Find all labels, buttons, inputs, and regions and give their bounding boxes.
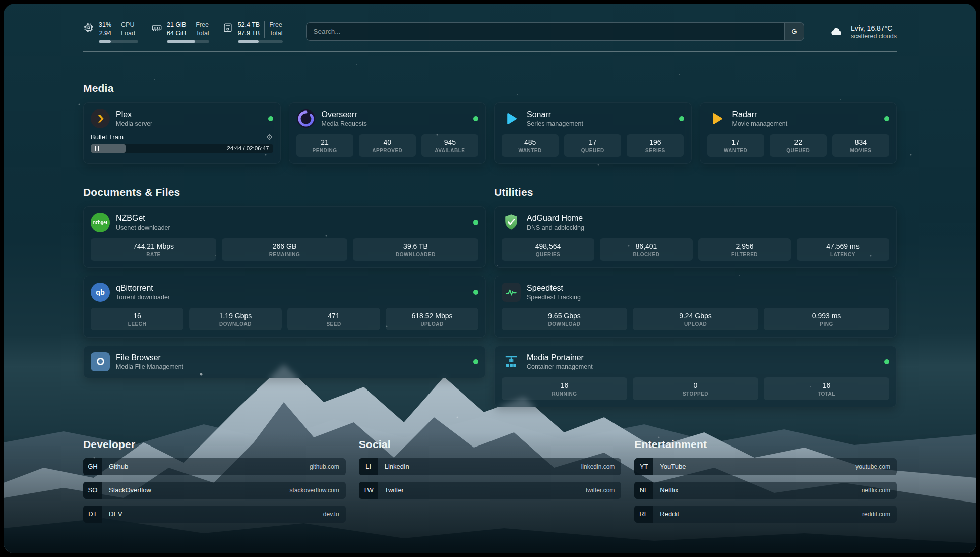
bookmark-name: DEV [102, 506, 323, 523]
stat-running: 16 RUNNING [502, 377, 627, 400]
disk-free: 52.4 TB [238, 21, 260, 29]
card-title: NZBGet [116, 214, 170, 223]
plex-card[interactable]: Plex Media server Bullet Train ⚙ 24:44 /… [83, 102, 281, 164]
bookmark-dev[interactable]: DT DEV dev.to [83, 506, 346, 523]
stat-wanted: 17 WANTED [707, 134, 764, 157]
card-subtitle: Media server [116, 120, 152, 127]
bookmark-abbr: YT [634, 458, 653, 475]
speedtest-card[interactable]: Speedtest Speedtest Tracking 9.65 Gbps D… [494, 276, 897, 338]
bookmark-url: reddit.com [862, 506, 897, 523]
developer-heading: Developer [83, 438, 346, 451]
weather-condition: scattered clouds [851, 33, 897, 40]
weather-widget: Lviv, 16.87°C scattered clouds [827, 24, 897, 40]
status-dot [268, 116, 273, 121]
documents-section: Documents & Files nzbget NZBGet Usenet d… [83, 186, 486, 407]
cpu-label: CPU [121, 21, 135, 29]
card-subtitle: Media File Management [116, 363, 183, 370]
memory-total-label: Total [196, 29, 209, 38]
card-title: Media Portainer [527, 353, 593, 362]
search-provider-button[interactable]: G [784, 23, 804, 40]
stat-movies: 834 MOVIES [832, 134, 889, 157]
bookmark-url: netflix.com [862, 482, 897, 499]
status-dot [473, 359, 478, 364]
dashboard-frame: 31% 2.94 CPU Load [4, 4, 976, 553]
bookmark-name: Github [102, 458, 310, 475]
utilities-section: Utilities [494, 186, 897, 407]
disk-icon [222, 22, 233, 33]
bookmark-abbr: NF [634, 482, 653, 499]
overseerr-icon [296, 109, 316, 128]
memory-bar [167, 40, 209, 43]
bookmark-url: twitter.com [586, 482, 621, 499]
bookmark-url: stackoverflow.com [290, 482, 346, 499]
bookmark-stackoverflow[interactable]: SO StackOverflow stackoverflow.com [83, 482, 346, 499]
radarr-card[interactable]: Radarr Movie management 17 WANTED 22 QUE… [700, 102, 897, 164]
developer-section: Developer GH Github github.com SO StackO… [83, 438, 346, 523]
card-title: File Browser [116, 353, 183, 362]
pause-icon[interactable] [95, 146, 99, 151]
stat-download: 9.65 Gbps DOWNLOAD [502, 308, 627, 330]
memory-widget: 21 GiB 64 GiB Free Total [151, 21, 209, 43]
filebrowser-icon [91, 352, 110, 371]
filebrowser-card[interactable]: File Browser Media File Management [83, 346, 486, 378]
bookmark-linkedin[interactable]: LI LinkedIn linkedin.com [359, 458, 622, 475]
card-title: Sonarr [527, 110, 583, 119]
plex-icon [91, 109, 110, 128]
stat-ping: 0.993 ms PING [764, 308, 889, 330]
card-title: Radarr [732, 110, 788, 119]
memory-free: 21 GiB [167, 21, 186, 29]
stat-queued: 17 QUEUED [564, 134, 621, 157]
overseerr-card[interactable]: Overseerr Media Requests 21 PENDING 40 A… [289, 102, 486, 164]
disk-widget: 52.4 TB 97.9 TB Free Total [222, 21, 283, 43]
adguard-card[interactable]: AdGuard Home DNS and adblocking 498,564 … [494, 206, 897, 268]
bookmark-twitter[interactable]: TW Twitter twitter.com [359, 482, 622, 499]
cpu-load: 2.94 [99, 29, 111, 38]
bookmark-url: linkedin.com [581, 458, 622, 475]
status-dot [679, 116, 684, 121]
card-subtitle: Speedtest Tracking [527, 294, 581, 301]
bookmark-netflix[interactable]: NF Netflix netflix.com [634, 482, 897, 499]
bookmark-youtube[interactable]: YT YouTube youtube.com [634, 458, 897, 475]
playback-progress-bar[interactable]: 24:44 / 02:06:47 [91, 144, 273, 153]
status-dot [473, 290, 478, 295]
entertainment-heading: Entertainment [634, 438, 897, 451]
disk-total: 97.9 TB [238, 29, 260, 38]
card-title: qBittorrent [116, 284, 170, 293]
memory-free-label: Free [196, 21, 209, 29]
bookmark-url: github.com [310, 458, 346, 475]
cpu-widget: 31% 2.94 CPU Load [83, 21, 138, 43]
speedtest-icon [502, 283, 521, 302]
bookmark-name: Reddit [653, 506, 862, 523]
cloud-icon [827, 25, 845, 38]
stat-download: 1.19 Gbps DOWNLOAD [189, 308, 282, 330]
nzbget-card[interactable]: nzbget NZBGet Usenet downloader 744.21 M… [83, 206, 486, 268]
portainer-card[interactable]: Media Portainer Container management 16 … [494, 346, 897, 407]
bookmark-reddit[interactable]: RE Reddit reddit.com [634, 506, 897, 523]
bookmark-abbr: GH [83, 458, 102, 475]
stat-filtered: 2,956 FILTERED [698, 238, 791, 261]
search-input[interactable] [307, 23, 784, 40]
media-section: Media Plex Me [83, 82, 897, 164]
stat-pending: 21 PENDING [296, 134, 353, 157]
stat-seed: 471 SEED [287, 308, 380, 330]
playback-time: 24:44 / 02:06:47 [227, 145, 269, 151]
stat-approved: 40 APPROVED [359, 134, 416, 157]
disk-free-label: Free [269, 21, 282, 29]
card-subtitle: Movie management [732, 120, 788, 127]
cpu-icon [83, 22, 94, 33]
entertainment-section: Entertainment YT YouTube youtube.com NF … [634, 438, 897, 523]
adguard-icon [502, 213, 521, 232]
qbittorrent-card[interactable]: qb qBittorrent Torrent downloader 16 LEE… [83, 276, 486, 338]
sonarr-card[interactable]: Sonarr Series management 485 WANTED 17 Q… [494, 102, 692, 164]
search-bar[interactable]: G [306, 22, 804, 41]
bookmark-abbr: RE [634, 506, 653, 523]
disk-total-label: Total [269, 29, 282, 38]
settings-icon[interactable]: ⚙ [266, 133, 273, 141]
card-subtitle: Container management [527, 363, 593, 370]
bookmark-github[interactable]: GH Github github.com [83, 458, 346, 475]
utilities-heading: Utilities [494, 186, 897, 198]
radarr-icon [707, 109, 726, 128]
bookmark-abbr: SO [83, 482, 102, 499]
bookmark-url: dev.to [323, 506, 346, 523]
sonarr-icon [502, 109, 521, 128]
